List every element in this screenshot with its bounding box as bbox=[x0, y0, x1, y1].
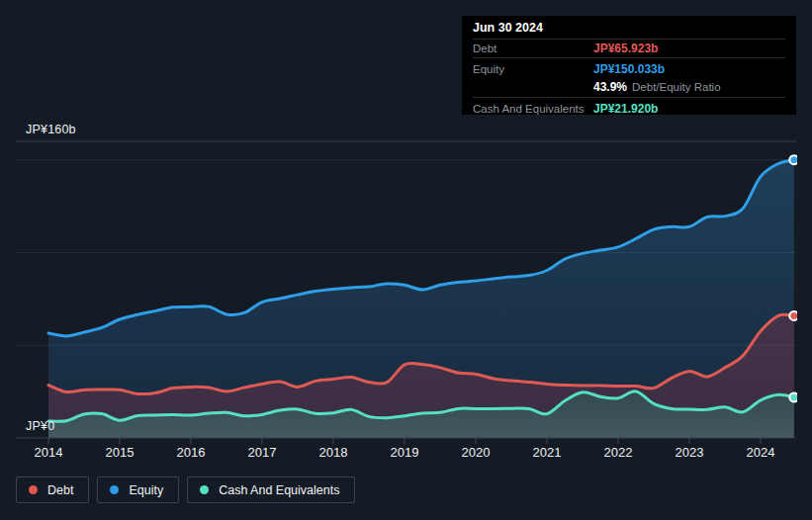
tooltip-cash-row: Cash And Equivalents JP¥21.920b bbox=[473, 98, 785, 119]
cash-dot-icon bbox=[200, 485, 209, 494]
equity-dot-icon bbox=[110, 485, 119, 494]
x-axis-label-2015: 2015 bbox=[106, 445, 135, 460]
legend-item-equity[interactable]: Equity bbox=[97, 477, 179, 503]
tooltip-equity-label: Equity bbox=[473, 63, 593, 75]
x-axis-label-2019: 2019 bbox=[391, 445, 419, 460]
tooltip-equity-row: Equity JP¥150.033b bbox=[473, 58, 785, 77]
x-axis-label-2021: 2021 bbox=[533, 445, 562, 460]
x-axis: 2014201520162017201820192020202120222023… bbox=[35, 438, 775, 460]
x-axis-label-2017: 2017 bbox=[248, 445, 277, 460]
tooltip-debt-row: Debt JP¥65.923b bbox=[473, 40, 785, 58]
x-axis-label-2022: 2022 bbox=[604, 445, 633, 460]
debt-dot-icon bbox=[29, 485, 38, 494]
tooltip-equity-value: JP¥150.033b bbox=[593, 62, 665, 76]
y-axis-zero-label: JP¥0 bbox=[26, 419, 54, 433]
tooltip-debt-value: JP¥65.923b bbox=[593, 42, 658, 55]
x-axis-label-2020: 2020 bbox=[462, 445, 491, 460]
tooltip-ratio-row: 43.9%Debt/Equity Ratio bbox=[473, 77, 785, 98]
chart-tooltip: Jun 30 2024 Debt JP¥65.923b Equity JP¥15… bbox=[462, 16, 796, 115]
chart-areas bbox=[48, 160, 794, 438]
legend-label-cash: Cash And Equivalents bbox=[219, 483, 339, 497]
tooltip-ratio-value: 43.9% bbox=[593, 80, 627, 94]
tooltip-debt-label: Debt bbox=[473, 43, 593, 54]
x-axis-label-2024: 2024 bbox=[747, 445, 775, 460]
x-axis-label-2014: 2014 bbox=[35, 445, 63, 460]
y-axis-max-label: JP¥160b bbox=[26, 123, 76, 136]
debt-end-marker bbox=[789, 311, 798, 320]
debt-equity-history-panel: 2014201520162017201820192020202120222023… bbox=[0, 0, 812, 520]
cash-end-marker bbox=[789, 392, 798, 401]
tooltip-cash-value: JP¥21.920b bbox=[593, 102, 658, 116]
legend-label-debt: Debt bbox=[47, 483, 73, 497]
x-axis-label-2023: 2023 bbox=[676, 445, 704, 460]
tooltip-ratio-label: Debt/Equity Ratio bbox=[632, 81, 721, 93]
tooltip-date: Jun 30 2024 bbox=[473, 16, 785, 40]
x-axis-label-2016: 2016 bbox=[177, 445, 206, 460]
equity-end-marker bbox=[789, 155, 798, 164]
tooltip-cash-label: Cash And Equivalents bbox=[473, 103, 593, 115]
legend-label-equity: Equity bbox=[129, 483, 163, 497]
x-axis-label-2018: 2018 bbox=[319, 445, 348, 460]
legend-item-debt[interactable]: Debt bbox=[16, 477, 89, 503]
chart-legend: Debt Equity Cash And Equivalents bbox=[16, 477, 355, 503]
legend-item-cash[interactable]: Cash And Equivalents bbox=[187, 477, 355, 503]
